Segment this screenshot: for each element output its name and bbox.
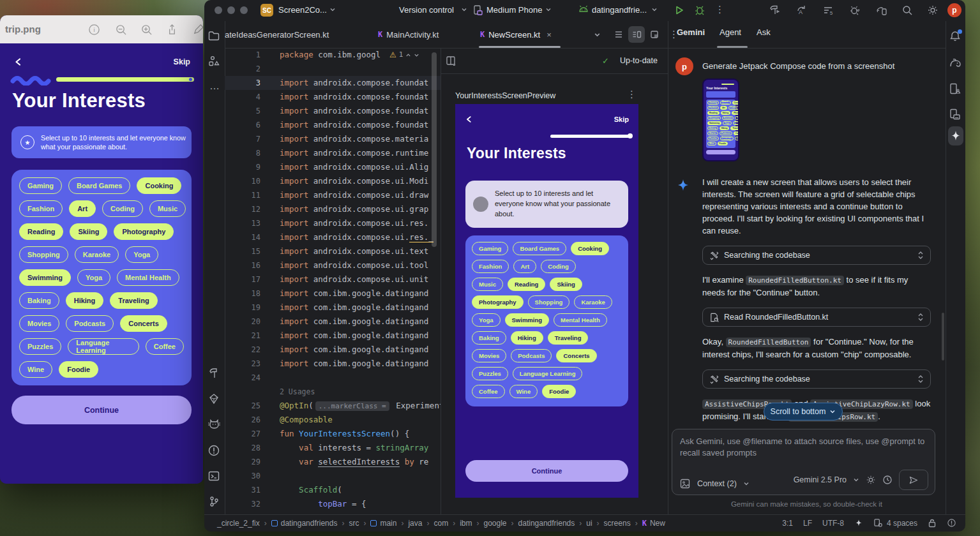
scroll-to-bottom-button[interactable]: Scroll to bottom [764, 403, 843, 421]
attached-screenshot-thumbnail[interactable]: Your Interests GamingBoard GamesCookingF… [702, 78, 739, 161]
device-selector[interactable]: Medium Phone [486, 5, 542, 15]
indent-config[interactable]: 4 spaces [873, 518, 917, 528]
run-configuration-selector[interactable]: datingandfrie... [592, 5, 647, 15]
caret-position[interactable]: 3:1 [782, 519, 793, 528]
tab-dateideasgeneratorscreen[interactable]: ateIdeasGeneratorScreen.kt [225, 21, 329, 48]
tools-icon [709, 251, 719, 260]
tab-ask[interactable]: Ask [757, 27, 771, 37]
line-ending[interactable]: LF [803, 519, 812, 528]
project-selector[interactable]: Screen2Co... [278, 5, 327, 15]
device-streaming-icon[interactable] [875, 4, 887, 16]
breadcrumb-item[interactable]: com [433, 519, 448, 528]
breadcrumb-item[interactable]: main [370, 519, 396, 528]
version-control-tool-icon[interactable] [207, 495, 222, 509]
window-close-button[interactable] [215, 6, 222, 14]
notifications-bell-icon[interactable] [949, 30, 961, 45]
tool-call-card[interactable]: Searching the codebase [702, 369, 931, 389]
window-zoom-button[interactable] [240, 6, 248, 14]
tab-newscreen-active[interactable]: K NewScreen.kt × [480, 21, 552, 48]
markup-pencil-icon[interactable] [192, 24, 203, 36]
settings-gear-icon[interactable] [927, 4, 939, 16]
breadcrumb-item[interactable]: ibm [460, 519, 472, 528]
more-actions-icon[interactable]: ⋮ [715, 4, 725, 15]
design-view-button[interactable] [646, 26, 663, 43]
chip-row: FashionArtCodingMusic [19, 200, 184, 217]
expand-collapse-icon[interactable] [917, 375, 924, 383]
ai-sparkle-icon[interactable] [854, 519, 863, 528]
split-view-button[interactable] [628, 26, 645, 43]
hidden-tabs-chevron-icon[interactable] [594, 31, 601, 38]
breadcrumb-item[interactable]: KNew [642, 519, 665, 528]
preview-name-label[interactable]: YourInterestsScreenPreview [455, 91, 555, 100]
close-tab-icon[interactable]: × [547, 30, 552, 40]
gemini-tool-icon[interactable] [950, 130, 961, 142]
breadcrumb-item[interactable]: datingandfriends [518, 519, 575, 528]
lock-icon[interactable] [928, 518, 937, 528]
user-avatar[interactable]: p [947, 3, 961, 17]
breadcrumb-item[interactable]: screens [604, 519, 631, 528]
panel-scrollbar[interactable] [942, 313, 944, 361]
vcs-widget[interactable]: Version control [399, 5, 454, 15]
svg-text:A: A [799, 9, 803, 15]
tool-call-card[interactable]: Read RoundedFilledButton.kt [702, 308, 931, 327]
search-icon[interactable] [901, 4, 913, 16]
inspections-icon[interactable] [947, 518, 956, 528]
window-minimize-button[interactable] [227, 6, 235, 14]
app-quality-insights-icon[interactable] [207, 392, 222, 406]
task-list-icon[interactable]: 5 [822, 4, 834, 16]
share-icon[interactable] [166, 24, 178, 36]
code-editor[interactable]: 1package com.ibm.googl⚠123import android… [225, 48, 441, 514]
expand-collapse-icon[interactable] [917, 251, 924, 260]
history-icon[interactable] [882, 475, 893, 485]
interest-chip: Cooking [732, 101, 740, 105]
code-line: 9import androidx.compose.ui.Alig [225, 160, 441, 174]
preview-window-titlebar[interactable]: trip.png i [0, 15, 203, 44]
inspection-widget[interactable]: ⚠1 [389, 48, 419, 62]
gemini-input-box[interactable]: Context (2) Gemini 2.5 Pro [672, 429, 935, 495]
run-button[interactable] [674, 5, 684, 15]
model-selector[interactable]: Gemini 2.5 Pro [794, 475, 847, 484]
file-encoding[interactable]: UTF-8 [822, 519, 844, 528]
tool-call-card[interactable]: Searching the codebase [702, 246, 931, 265]
editor-scrollbar[interactable] [432, 52, 437, 247]
zoom-out-icon[interactable] [115, 24, 127, 36]
device-manager-icon[interactable] [949, 108, 961, 121]
interest-chip: Mental Health [117, 269, 179, 286]
gradle-elephant-icon[interactable] [948, 56, 962, 69]
send-button[interactable] [899, 470, 928, 490]
logcat-icon[interactable] [207, 419, 222, 433]
project-tool-icon[interactable] [207, 29, 222, 43]
chip-row: PuzzlesLanguage LearningCoffee [19, 338, 184, 355]
tab-agent[interactable]: Agent [720, 27, 741, 37]
breadcrumb-item[interactable]: datingandfriends [271, 519, 338, 528]
breadcrumb-item[interactable]: google [483, 519, 506, 528]
code-view-button[interactable] [610, 26, 627, 43]
preview-layout-icon[interactable] [446, 56, 456, 66]
profiler-icon[interactable] [849, 4, 861, 16]
breadcrumb-item[interactable]: ui [586, 519, 592, 528]
expand-collapse-icon[interactable] [917, 313, 924, 322]
more-tool-windows-icon[interactable]: … [207, 80, 222, 94]
breadcrumb-item[interactable]: java [408, 519, 422, 528]
resource-manager-icon[interactable] [207, 55, 222, 69]
gemini-settings-icon[interactable] [866, 475, 876, 485]
attach-image-icon[interactable] [680, 479, 691, 489]
zoom-in-icon[interactable] [140, 24, 153, 36]
debug-button[interactable] [695, 5, 705, 15]
info-icon[interactable]: i [88, 24, 100, 36]
build-tool-icon[interactable] [207, 367, 222, 381]
code-line: 16import androidx.compose.ui.tool [225, 258, 441, 272]
terminal-icon[interactable] [207, 470, 222, 484]
breadcrumb-item[interactable]: src [349, 519, 359, 528]
running-devices-icon[interactable] [949, 82, 961, 95]
ai-code-actions-icon[interactable]: A [795, 4, 807, 16]
context-selector[interactable]: Context (2) [697, 479, 737, 488]
gemini-prompt-input[interactable] [672, 429, 935, 466]
breadcrumb-item[interactable]: _circle_2_fix [217, 519, 260, 528]
code-line: 5import androidx.compose.foundat [225, 104, 441, 118]
build-icon[interactable] [769, 4, 780, 16]
tab-mainactivity[interactable]: K MainActivity.kt [378, 21, 439, 48]
problems-icon[interactable] [207, 444, 222, 458]
notification-badge [958, 29, 962, 34]
preview-options-icon[interactable]: ⋮ [627, 89, 637, 100]
